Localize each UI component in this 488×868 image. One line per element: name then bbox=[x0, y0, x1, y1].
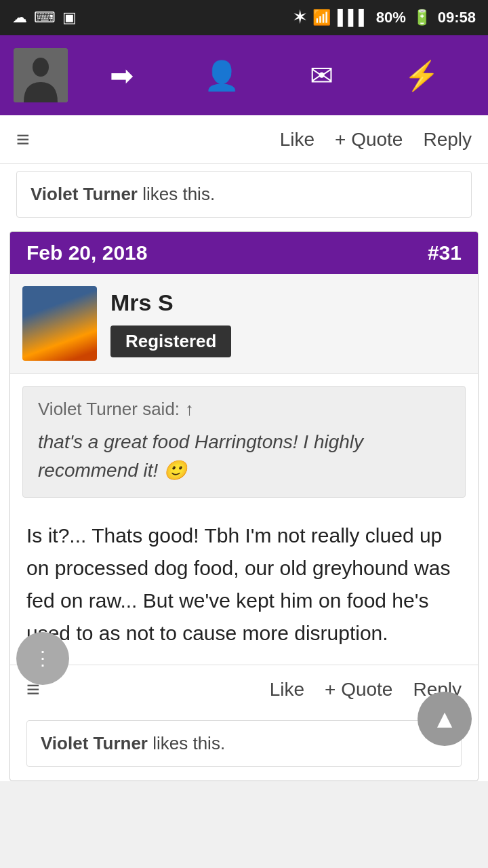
keyboard-icon: ⌨ bbox=[34, 9, 56, 26]
dots-icon: ⋮ bbox=[33, 649, 52, 668]
quote-author-line: Violet Turner said: ↑ bbox=[38, 399, 450, 420]
post-username[interactable]: Mrs S bbox=[110, 290, 231, 316]
nav-icon-group: ➡ 👤 ✉ ⚡ bbox=[75, 59, 474, 92]
logout-icon[interactable]: ➡ bbox=[110, 59, 134, 92]
like-button-top[interactable]: Like bbox=[280, 129, 314, 151]
quote-author-name: Violet Turner said: bbox=[38, 399, 180, 420]
quote-text-content: that's a great food Harringtons! I highl… bbox=[38, 428, 450, 485]
bottom-likes-bar: Violet Turner likes this. bbox=[26, 720, 462, 767]
dots-menu-button[interactable]: ⋮ bbox=[16, 632, 69, 685]
notifications-icon[interactable]: ⚡ bbox=[404, 59, 439, 92]
signal-icon: ▌▌▌ bbox=[338, 9, 369, 26]
user-badge: Registered bbox=[110, 326, 231, 357]
avatar-svg bbox=[14, 48, 68, 102]
avatar-image bbox=[14, 48, 68, 102]
user-avatar-nav[interactable] bbox=[14, 48, 68, 102]
action-links-top: Like + Quote Reply bbox=[280, 129, 472, 151]
status-bar: ☁ ⌨ ▣ ✶ 📶 ▌▌▌ 80% 🔋 09:58 bbox=[0, 0, 488, 35]
profile-icon[interactable]: 👤 bbox=[204, 59, 239, 92]
user-info-section: Mrs S Registered bbox=[10, 274, 478, 374]
top-nav-bar: ➡ 👤 ✉ ⚡ bbox=[0, 35, 488, 115]
battery-icon: 🔋 bbox=[413, 9, 431, 26]
quote-block: Violet Turner said: ↑ that's a great foo… bbox=[22, 386, 466, 498]
post-card-31: Feb 20, 2018 #31 Mrs S Registered Violet… bbox=[9, 231, 479, 781]
messages-icon[interactable]: ✉ bbox=[310, 59, 333, 92]
quote-button-top[interactable]: + Quote bbox=[335, 129, 403, 151]
top-post-actions: ≡ Like + Quote Reply bbox=[0, 115, 488, 164]
post-header-31: Feb 20, 2018 #31 bbox=[10, 232, 478, 274]
app-icon: ▣ bbox=[62, 9, 77, 26]
bottom-likes-suffix: likes this. bbox=[148, 733, 225, 753]
post-number: #31 bbox=[428, 241, 462, 264]
svg-point-1 bbox=[33, 58, 49, 77]
top-likes-bar: Violet Turner likes this. bbox=[16, 171, 472, 218]
cloud-icon: ☁ bbox=[12, 9, 27, 26]
wifi-icon: 📶 bbox=[312, 9, 331, 26]
status-right-info: ✶ 📶 ▌▌▌ 80% 🔋 09:58 bbox=[293, 9, 476, 26]
hamburger-menu[interactable]: ≡ bbox=[16, 126, 30, 153]
bottom-liker-name: Violet Turner bbox=[41, 733, 148, 753]
status-left-icons: ☁ ⌨ ▣ bbox=[12, 9, 77, 26]
like-button-bottom[interactable]: Like bbox=[270, 679, 304, 701]
post-body-text: Is it?... Thats good! Tbh I'm not really… bbox=[10, 505, 478, 665]
top-liker-name: Violet Turner bbox=[30, 184, 138, 204]
battery-level: 80% bbox=[376, 9, 406, 26]
scroll-to-top-button[interactable]: ▲ bbox=[418, 692, 472, 746]
quote-up-arrow: ↑ bbox=[185, 399, 194, 420]
user-details: Mrs S Registered bbox=[110, 290, 231, 357]
post-user-avatar[interactable] bbox=[22, 286, 97, 361]
top-likes-suffix: likes this. bbox=[138, 184, 215, 204]
quote-button-bottom[interactable]: + Quote bbox=[325, 679, 392, 701]
bluetooth-icon: ✶ bbox=[293, 9, 306, 26]
post-actions-bottom: ≡ Like + Quote Reply bbox=[10, 665, 478, 713]
main-content: ≡ Like + Quote Reply Violet Turner likes… bbox=[0, 115, 488, 781]
reply-button-top[interactable]: Reply bbox=[423, 129, 472, 151]
post-date: Feb 20, 2018 bbox=[26, 241, 147, 264]
clock: 09:58 bbox=[438, 9, 476, 26]
post-avatar-image bbox=[22, 286, 97, 361]
scroll-top-arrow-icon: ▲ bbox=[432, 705, 458, 734]
